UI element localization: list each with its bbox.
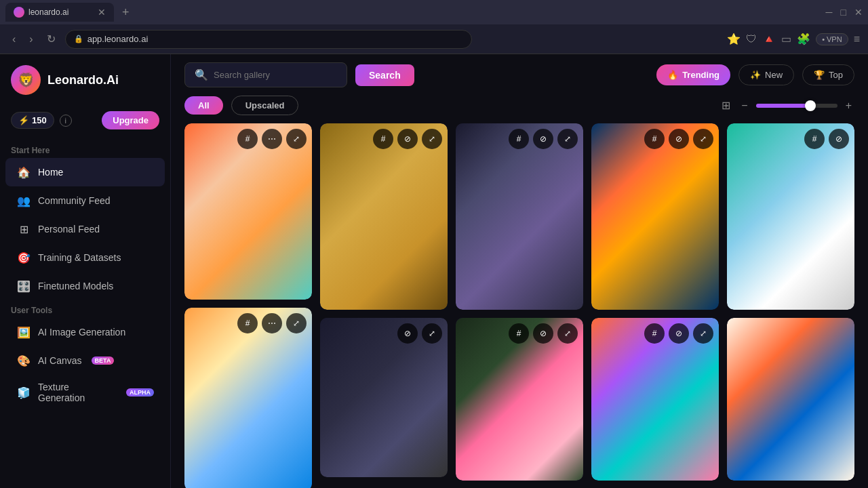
image-card-5[interactable]: # ⊘ xyxy=(727,123,854,310)
browser-toolbar-actions: ⭐ 🛡 🔺 ▭ 🧩 • VPN ≡ xyxy=(727,33,860,45)
image-card-6[interactable]: # ⋯ ⤢ xyxy=(184,308,312,488)
grid-view-button[interactable]: ⊞ xyxy=(719,96,733,115)
card-action-expand-3[interactable]: ⤢ xyxy=(557,129,578,149)
tab-title: leonardo.ai xyxy=(28,7,68,17)
sidebar-item-personal-feed[interactable]: ⊞ Personal Feed xyxy=(5,215,165,243)
back-button[interactable]: ‹ xyxy=(8,30,20,48)
sidebar-item-ai-canvas[interactable]: 🎨 AI Canvas BETA xyxy=(5,346,165,375)
card-action-expand-6[interactable]: ⤢ xyxy=(286,313,307,333)
browser-tab[interactable]: leonardo.ai ✕ xyxy=(5,3,114,22)
card-action-expand-8[interactable]: ⤢ xyxy=(557,323,578,344)
image-card-2[interactable]: # ⊘ ⤢ xyxy=(320,123,448,310)
sidebar-item-home[interactable]: 🏠 Home xyxy=(5,158,165,186)
menu-icon[interactable]: ≡ xyxy=(854,33,860,45)
app-layout: 🦁 Leonardo.Ai ⚡ 150 i Upgrade Start Here… xyxy=(0,54,868,488)
top-label: Top xyxy=(829,70,843,80)
browser-chrome: leonardo.ai ✕ + ─ □ ✕ ‹ › ↻ 🔒 app.leonar… xyxy=(0,0,868,54)
content-toolbar: 🔍 Search 🔥 Trending ✨ New 🏆 Top xyxy=(171,54,868,96)
card-action-remix-3[interactable]: # xyxy=(509,129,529,149)
minimize-button[interactable]: ─ xyxy=(826,7,833,18)
training-icon: 🎯 xyxy=(16,250,31,265)
upgrade-button[interactable]: Upgrade xyxy=(102,111,159,129)
top-crown-icon: 🏆 xyxy=(814,70,825,80)
card-action-menu-1[interactable]: ⋯ xyxy=(262,129,282,149)
card-action-expand-9[interactable]: ⤢ xyxy=(693,323,713,344)
credits-info-button[interactable]: i xyxy=(60,115,72,127)
training-label: Training & Datasets xyxy=(38,252,121,263)
sidebar-item-texture-generation[interactable]: 🧊 Texture Generation ALPHA xyxy=(5,375,165,410)
close-button[interactable]: ✕ xyxy=(854,7,863,18)
new-label: New xyxy=(765,70,783,80)
card-action-expand-2[interactable]: ⤢ xyxy=(422,129,442,149)
card-action-menu-7[interactable]: ⊘ xyxy=(397,323,418,344)
search-input[interactable] xyxy=(214,70,337,80)
card-actions-6: # ⋯ ⤢ xyxy=(237,313,307,333)
sidebar-item-community-feed[interactable]: 👥 Community Feed xyxy=(5,186,165,215)
card-action-remix-9[interactable]: # xyxy=(644,323,665,344)
card-action-remix-2[interactable]: # xyxy=(373,129,393,149)
card-action-menu-2[interactable]: ⊘ xyxy=(397,129,418,149)
ai-image-label: AI Image Generation xyxy=(38,327,125,338)
filter-row: All Upscaled ⊞ − + xyxy=(171,96,868,123)
alert-icon[interactable]: 🔺 xyxy=(762,33,776,45)
card-action-menu-4[interactable]: ⊘ xyxy=(669,129,689,149)
card-actions-2: # ⊘ ⤢ xyxy=(373,129,442,149)
sidebar-item-finetuned-models[interactable]: 🎛️ Finetuned Models xyxy=(5,272,165,300)
card-action-menu-8[interactable]: ⊘ xyxy=(533,323,553,344)
top-button[interactable]: 🏆 Top xyxy=(802,64,854,85)
card-action-remix-1[interactable]: # xyxy=(237,129,258,149)
card-actions-4: # ⊘ ⤢ xyxy=(644,129,713,149)
card-action-remix-6[interactable]: # xyxy=(237,313,258,333)
card-action-remix-5[interactable]: # xyxy=(804,129,825,149)
ai-canvas-label: AI Canvas xyxy=(38,355,82,366)
trending-button[interactable]: 🔥 Trending xyxy=(656,64,730,85)
address-bar[interactable]: 🔒 app.leonardo.ai xyxy=(65,30,472,49)
card-actions-3: # ⊘ ⤢ xyxy=(509,129,578,149)
card-action-menu-6[interactable]: ⋯ xyxy=(262,313,282,333)
new-button[interactable]: ✨ New xyxy=(738,64,794,85)
image-card-8[interactable]: # ⊘ ⤢ xyxy=(456,318,583,481)
filter-all-button[interactable]: All xyxy=(184,96,223,115)
vpn-badge: • VPN xyxy=(816,33,848,45)
card-action-expand-1[interactable]: ⤢ xyxy=(286,129,307,149)
image-card-3[interactable]: # ⊘ ⤢ xyxy=(456,123,583,310)
image-card-10[interactable] xyxy=(727,318,854,481)
credits-count: 150 xyxy=(32,115,47,125)
image-card-9[interactable]: # ⊘ ⤢ xyxy=(591,318,719,481)
card-action-expand-7[interactable]: ⤢ xyxy=(422,323,442,344)
card-action-remix-4[interactable]: # xyxy=(644,129,665,149)
forward-button[interactable]: › xyxy=(25,30,37,48)
shield-icon[interactable]: 🛡 xyxy=(746,33,757,45)
new-tab-button[interactable]: + xyxy=(119,5,132,20)
maximize-button[interactable]: □ xyxy=(841,7,846,18)
sidebar-item-ai-image-generation[interactable]: 🖼️ AI Image Generation xyxy=(5,318,165,346)
card-action-menu-9[interactable]: ⊘ xyxy=(669,323,689,344)
zoom-slider[interactable] xyxy=(756,104,837,108)
grid-col-1: # ⊘ ⤢ ⊘ ⤢ xyxy=(320,123,448,477)
filter-upscaled-button[interactable]: Upscaled xyxy=(231,96,299,115)
card-action-remix-8[interactable]: # xyxy=(509,323,529,344)
card-action-menu-5[interactable]: ⊘ xyxy=(829,129,849,149)
texture-icon: 🧊 xyxy=(16,385,31,400)
start-here-section-label: Start Here xyxy=(0,140,170,158)
image-card-1[interactable]: # ⋯ ⤢ xyxy=(184,123,312,300)
zoom-in-button[interactable]: + xyxy=(843,97,854,115)
home-icon: 🏠 xyxy=(16,165,31,180)
zoom-out-button[interactable]: − xyxy=(738,97,750,115)
tab-close-button[interactable]: ✕ xyxy=(98,7,106,18)
tab-favicon xyxy=(14,7,24,18)
sidebar-item-training-datasets[interactable]: 🎯 Training & Datasets xyxy=(5,243,165,272)
card-actions-7: ⊘ ⤢ xyxy=(397,323,442,344)
extensions-icon[interactable]: ⭐ xyxy=(727,33,741,45)
reload-button[interactable]: ↻ xyxy=(43,30,60,48)
card-action-menu-3[interactable]: ⊘ xyxy=(533,129,553,149)
main-content: 🔍 Search 🔥 Trending ✨ New 🏆 Top All Upsc… xyxy=(171,54,868,488)
card-action-expand-4[interactable]: ⤢ xyxy=(693,129,713,149)
search-box: 🔍 xyxy=(184,62,347,87)
search-button[interactable]: Search xyxy=(355,64,414,86)
image-card-4[interactable]: # ⊘ ⤢ xyxy=(591,123,719,310)
image-card-7[interactable]: ⊘ ⤢ xyxy=(320,318,448,477)
extensions-puzzle-icon[interactable]: 🧩 xyxy=(797,33,810,45)
sidebar-toggle-icon[interactable]: ▭ xyxy=(781,33,791,45)
card-actions-8: # ⊘ ⤢ xyxy=(509,323,578,344)
